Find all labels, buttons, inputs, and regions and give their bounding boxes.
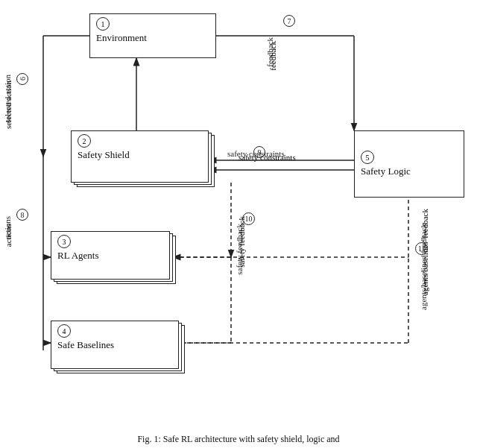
diagram: 1 Environment 2 Safety Shield 3 RL Agent… <box>0 0 477 417</box>
rl-label: RL Agents <box>57 250 99 262</box>
safety-logic-box: 5 Safety Logic <box>354 130 464 198</box>
env-num: 1 <box>96 17 110 31</box>
lbl8-num: 8 <box>16 209 28 221</box>
logic-label: Safety Logic <box>361 165 411 177</box>
shield-label: Safety Shield <box>78 149 130 161</box>
rl-num: 3 <box>57 235 71 248</box>
safety-constraints-text: safety constraints <box>238 153 296 162</box>
baseline-num: 4 <box>57 324 71 338</box>
safety-feedback-text: safety feedback <box>237 216 246 268</box>
safety-shield-box: 2 Safety Shield <box>71 130 209 183</box>
shield-num: 2 <box>78 134 91 148</box>
lbl6: 6 <box>16 71 28 85</box>
lbl7-num: 7 <box>283 15 295 27</box>
environment-box: 1 Environment <box>89 13 216 58</box>
caption: Fig. 1: Safe RL architecture with safety… <box>0 431 477 448</box>
logic-num: 5 <box>361 151 374 164</box>
lbl6-num: 6 <box>16 73 28 85</box>
rl-agents-box: 3 RL Agents <box>51 231 170 280</box>
baseline-label: Safe Baselines <box>57 339 114 351</box>
safe-baselines-box: 4 Safe Baselines <box>51 321 179 369</box>
agents-feedback-text: agents/baselines' feedback <box>420 209 429 295</box>
feedback-text: feedback <box>268 41 277 71</box>
selected-action-text: selected action <box>4 81 13 129</box>
env-label: Environment <box>96 32 147 44</box>
actions-text: actions <box>4 224 13 247</box>
